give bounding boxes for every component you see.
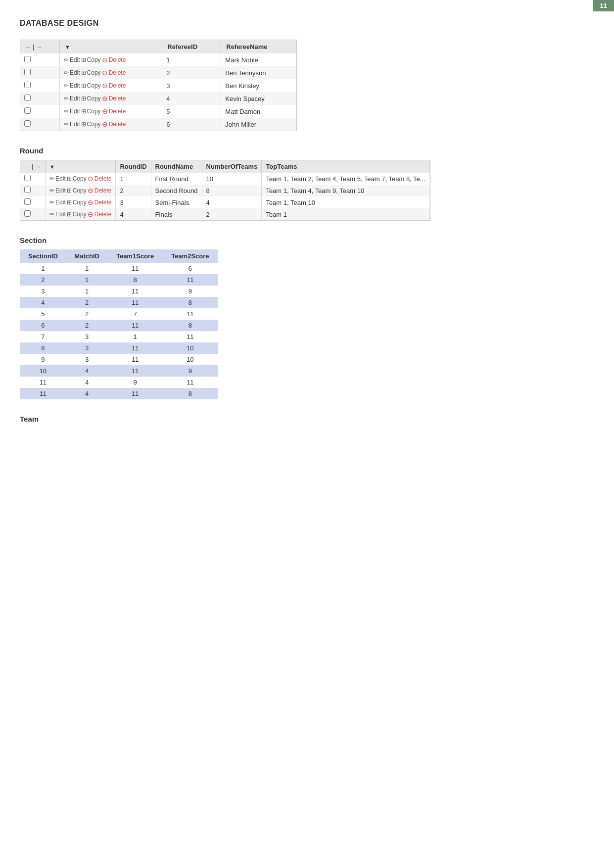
- section-cell-matchid: 1: [66, 263, 108, 274]
- round-cell-name: Finals: [151, 208, 202, 220]
- referee-cell-name: Ben Kinsley: [221, 79, 296, 92]
- round-nav-arrows[interactable]: ← | →: [24, 163, 41, 170]
- referee-cell-checkbox: [20, 118, 59, 131]
- referee-cell-name: Mark Noble: [221, 53, 296, 66]
- round-checkbox-3[interactable]: [24, 210, 31, 217]
- referee-edit-button[interactable]: ✏ Edit: [64, 69, 80, 76]
- copy-icon: ⊞: [81, 56, 86, 63]
- referee-checkbox-5[interactable]: [24, 120, 31, 127]
- round-delete-button[interactable]: ⊖ Delete: [88, 198, 112, 206]
- referee-row: ✏ Edit ⊞ Copy ⊖ Delete 5 Matt Damon: [20, 105, 296, 118]
- round-col-actions: ▼: [46, 160, 116, 173]
- referee-cell-checkbox: [20, 92, 59, 105]
- section-cell-matchid: 2: [66, 297, 108, 308]
- round-cell-numteams: 4: [202, 196, 262, 208]
- round-edit-button[interactable]: ✏ Edit: [49, 199, 66, 206]
- referee-delete-button[interactable]: ⊖ Delete: [102, 56, 126, 64]
- referee-row: ✏ Edit ⊞ Copy ⊖ Delete 4 Kevin Spacey: [20, 92, 296, 105]
- round-table-wrapper: ← | → ▼ RoundID RoundName NumberOfTeams …: [20, 160, 430, 221]
- referee-row: ✏ Edit ⊞ Copy ⊖ Delete 3 Ben Kinsley: [20, 79, 296, 92]
- section-cell-team2score: 11: [163, 308, 218, 320]
- referee-checkbox-3[interactable]: [24, 95, 31, 101]
- section-row: 1 1 11 6: [20, 263, 218, 274]
- section-row: 11 4 11 8: [20, 388, 218, 399]
- referee-edit-button[interactable]: ✏ Edit: [64, 108, 80, 115]
- referee-copy-button[interactable]: ⊞ Copy: [81, 82, 101, 89]
- referee-copy-button[interactable]: ⊞ Copy: [81, 95, 101, 102]
- section-cell-team1score: 11: [108, 354, 163, 365]
- pencil-icon: ✏: [64, 82, 69, 89]
- section-cell-team1score: 1: [108, 331, 163, 342]
- section-cell-id: 9: [20, 354, 66, 365]
- referee-copy-button[interactable]: ⊞ Copy: [81, 108, 101, 115]
- referee-delete-button[interactable]: ⊖ Delete: [102, 82, 126, 90]
- referee-delete-button[interactable]: ⊖ Delete: [102, 120, 126, 128]
- round-delete-button[interactable]: ⊖ Delete: [88, 210, 112, 218]
- round-col-topteams: TopTeams: [262, 160, 429, 173]
- referee-cell-checkbox: [20, 53, 59, 66]
- referee-edit-button[interactable]: ✏ Edit: [64, 95, 80, 102]
- section-cell-id: 7: [20, 331, 66, 342]
- section-cell-matchid: 3: [66, 354, 108, 365]
- round-copy-button[interactable]: ⊞ Copy: [67, 187, 87, 194]
- round-checkbox-2[interactable]: [24, 198, 31, 205]
- round-row: ✏ Edit ⊞ Copy ⊖ Delete 2 Second Round 8 …: [20, 185, 429, 196]
- round-table-header: ← | → ▼ RoundID RoundName NumberOfTeams …: [20, 160, 429, 173]
- round-col-checkbox: ← | →: [20, 160, 46, 173]
- round-edit-button[interactable]: ✏ Edit: [49, 175, 66, 182]
- referee-edit-button[interactable]: ✏ Edit: [64, 56, 80, 63]
- round-row: ✏ Edit ⊞ Copy ⊖ Delete 4 Finals 2 Team 1: [20, 208, 429, 220]
- referee-cell-checkbox: [20, 79, 59, 92]
- referee-copy-button[interactable]: ⊞ Copy: [81, 69, 101, 76]
- referee-row: ✏ Edit ⊞ Copy ⊖ Delete 6 John Miller: [20, 118, 296, 131]
- section-cell-matchid: 2: [66, 320, 108, 331]
- pencil-icon: ✏: [64, 108, 69, 115]
- referee-copy-button[interactable]: ⊞ Copy: [81, 56, 101, 63]
- referee-copy-button[interactable]: ⊞ Copy: [81, 121, 101, 128]
- referee-edit-button[interactable]: ✏ Edit: [64, 121, 80, 128]
- referee-cell-checkbox: [20, 66, 59, 79]
- round-edit-button[interactable]: ✏ Edit: [49, 187, 66, 194]
- nav-arrows[interactable]: ← | →: [25, 44, 42, 50]
- delete-icon: ⊖: [102, 107, 108, 115]
- section-cell-team1score: 11: [108, 297, 163, 308]
- round-cell-actions: ✏ Edit ⊞ Copy ⊖ Delete: [46, 196, 116, 208]
- section-row: 2 1 8 11: [20, 274, 218, 286]
- copy-icon: ⊞: [67, 211, 72, 218]
- section-col-matchid: MatchID: [66, 249, 108, 263]
- round-checkbox-1[interactable]: [24, 187, 31, 193]
- referee-delete-button[interactable]: ⊖ Delete: [102, 69, 126, 77]
- referee-cell-id: 4: [162, 92, 221, 105]
- round-edit-button[interactable]: ✏ Edit: [49, 211, 66, 218]
- filter-icon[interactable]: ▼: [65, 44, 70, 50]
- round-delete-button[interactable]: ⊖ Delete: [88, 187, 112, 194]
- section-cell-matchid: 1: [66, 274, 108, 286]
- section-table-header: SectionID MatchID Team1Score Team2Score: [20, 249, 218, 263]
- referee-checkbox-4[interactable]: [24, 107, 31, 114]
- round-col-id: RoundID: [116, 160, 151, 173]
- section-row: 5 2 7 11: [20, 308, 218, 320]
- round-cell-id: 4: [116, 208, 151, 220]
- section-cell-team2score: 11: [163, 377, 218, 388]
- delete-icon: ⊖: [88, 198, 94, 206]
- pencil-icon: ✏: [49, 211, 54, 218]
- referee-checkbox-1[interactable]: [24, 69, 31, 75]
- round-cell-name: First Round: [151, 173, 202, 185]
- round-copy-button[interactable]: ⊞ Copy: [67, 211, 87, 218]
- round-cell-topteams: Team 1, Team 2, Team 4, Team 5, Team 7, …: [262, 173, 429, 185]
- round-cell-numteams: 8: [202, 185, 262, 196]
- referee-delete-button[interactable]: ⊖ Delete: [102, 107, 126, 115]
- round-filter-icon[interactable]: ▼: [49, 164, 55, 170]
- round-copy-button[interactable]: ⊞ Copy: [67, 175, 87, 182]
- round-copy-button[interactable]: ⊞ Copy: [67, 199, 87, 206]
- round-cell-numteams: 2: [202, 208, 262, 220]
- round-checkbox-0[interactable]: [24, 175, 31, 181]
- referee-edit-button[interactable]: ✏ Edit: [64, 82, 80, 89]
- section-cell-team2score: 11: [163, 274, 218, 286]
- round-delete-button[interactable]: ⊖ Delete: [88, 175, 112, 183]
- referee-checkbox-0[interactable]: [24, 56, 31, 62]
- round-cell-id: 3: [116, 196, 151, 208]
- round-col-name: RoundName: [151, 160, 202, 173]
- referee-delete-button[interactable]: ⊖ Delete: [102, 95, 126, 102]
- referee-checkbox-2[interactable]: [24, 82, 31, 88]
